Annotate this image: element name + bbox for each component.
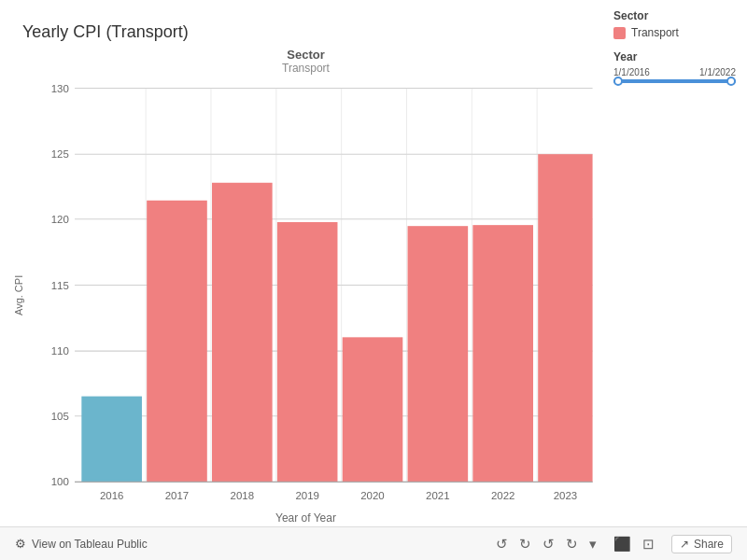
svg-text:2022: 2022 xyxy=(491,490,514,501)
svg-text:2023: 2023 xyxy=(554,490,577,501)
svg-text:130: 130 xyxy=(51,83,69,94)
fullscreen-icon[interactable]: ⊡ xyxy=(642,536,655,553)
bar-2019[interactable] xyxy=(277,222,338,482)
bar-2016[interactable] xyxy=(81,397,142,483)
slider-fill xyxy=(613,79,736,83)
redo-icon[interactable]: ↻ xyxy=(519,536,531,553)
svg-text:2017: 2017 xyxy=(165,490,189,501)
svg-text:2016: 2016 xyxy=(100,490,123,501)
legend-transport-label: Transport xyxy=(631,26,679,39)
svg-text:125: 125 xyxy=(51,148,69,160)
bar-2017[interactable] xyxy=(147,201,207,483)
undo2-icon[interactable]: ↺ xyxy=(543,536,555,553)
svg-text:115: 115 xyxy=(51,280,69,291)
year-range-labels: 1/1/2016 1/1/2022 xyxy=(613,67,736,77)
chart-section: Yearly CPI (Transport) Sector Transport … xyxy=(0,0,602,526)
download-icon[interactable]: ⬛ xyxy=(613,536,631,553)
chart-area: Yearly CPI (Transport) Sector Transport … xyxy=(0,0,747,526)
chart-svg: 130 125 120 115 110 105 100 xyxy=(28,78,602,511)
footer: ⚙ View on Tableau Public ↺ ↻ ↺ ↻ ▾ ⬛ ⊡ ↗… xyxy=(0,526,747,560)
share-icon: ↗ xyxy=(680,538,689,551)
sidebar: Sector Transport Year 1/1/2016 1/1/2022 xyxy=(602,0,747,526)
svg-text:105: 105 xyxy=(51,411,69,422)
main-container: Yearly CPI (Transport) Sector Transport … xyxy=(0,0,747,560)
tableau-logo-icon: ⚙ xyxy=(15,537,26,551)
sector-legend-title: Sector xyxy=(613,9,736,22)
footer-icon-group: ↺ ↻ ↺ ↻ ▾ xyxy=(496,536,597,553)
bar-2023[interactable] xyxy=(538,154,592,482)
chart-container: Sector Transport Avg. CPI xyxy=(9,48,602,526)
svg-text:2021: 2021 xyxy=(426,490,449,501)
share-button[interactable]: ↗ Share xyxy=(671,535,732,553)
svg-text:2019: 2019 xyxy=(295,490,318,501)
svg-text:2018: 2018 xyxy=(231,490,254,501)
svg-text:2020: 2020 xyxy=(360,490,384,501)
chart-sector-value: Transport xyxy=(282,62,330,75)
footer-icon-group2: ⬛ ⊡ xyxy=(613,536,655,553)
bar-2022[interactable] xyxy=(472,225,533,482)
view-on-tableau-label[interactable]: View on Tableau Public xyxy=(32,538,148,551)
year-filter-title: Year xyxy=(613,50,736,63)
slider-thumb-right[interactable] xyxy=(726,77,736,86)
share-label: Share xyxy=(694,538,724,551)
undo-icon[interactable]: ↺ xyxy=(496,536,508,553)
svg-text:120: 120 xyxy=(51,214,69,225)
y-axis-label: Avg. CPI xyxy=(9,78,28,511)
redo2-icon[interactable]: ↻ xyxy=(566,536,578,553)
svg-text:100: 100 xyxy=(51,475,69,486)
svg-text:110: 110 xyxy=(51,345,69,357)
page-title: Yearly CPI (Transport) xyxy=(9,11,602,48)
legend-color xyxy=(613,27,626,39)
bar-2021[interactable] xyxy=(408,226,469,482)
year-slider-track[interactable] xyxy=(613,79,736,83)
chart-inner: 130 125 120 115 110 105 100 xyxy=(28,78,602,511)
legend-item-transport: Transport xyxy=(613,26,736,39)
chart-sector-title: Sector xyxy=(287,48,324,62)
bar-2018[interactable] xyxy=(212,183,273,483)
slider-thumb-left[interactable] xyxy=(613,77,623,86)
footer-right: ↺ ↻ ↺ ↻ ▾ ⬛ ⊡ ↗ Share xyxy=(496,535,732,553)
footer-left: ⚙ View on Tableau Public xyxy=(15,537,148,551)
x-axis-label: Year of Year xyxy=(275,511,336,526)
menu-icon[interactable]: ▾ xyxy=(589,536,597,553)
bar-2020[interactable] xyxy=(343,337,403,482)
chart-body: Avg. CPI xyxy=(9,78,602,511)
